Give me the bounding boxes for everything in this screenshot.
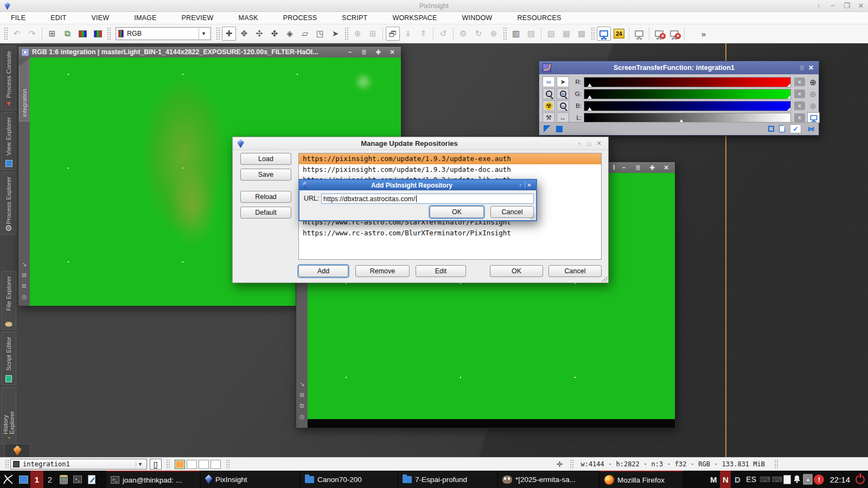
mask-enabled-button[interactable]: ▥ [509, 27, 523, 41]
workspace-button-1[interactable]: 1 [30, 471, 43, 488]
zoom-to-fit-button[interactable]: ✥ [237, 27, 251, 41]
menu-view[interactable]: VIEW [91, 14, 109, 22]
menu-image[interactable]: IMAGE [134, 14, 156, 22]
shrink-dialog-icon[interactable]: ⋈ [808, 125, 814, 133]
task-folder-canon[interactable]: Canon70-200 [301, 471, 397, 488]
fit-view-button[interactable]: ✤ [267, 27, 282, 41]
stf-gradient-lum[interactable] [584, 113, 791, 123]
stf-gradient-blue[interactable] [584, 101, 791, 111]
statusbar-drag-handle[interactable] [166, 459, 170, 469]
default-button[interactable]: Default [240, 207, 291, 219]
dock-tab-process-console[interactable]: Process Console ▼ [1, 46, 16, 110]
wrench-settings-icon[interactable]: ⚒ [542, 112, 555, 123]
screen-transfer-button[interactable] [597, 27, 611, 41]
dock-tab-view-explorer[interactable]: View Explorer [1, 112, 16, 170]
menu-edit[interactable]: EDIT [50, 14, 66, 22]
ok-button[interactable]: OK [430, 206, 484, 218]
menu-file[interactable]: FILE [11, 14, 25, 22]
toolbar-drag-handle[interactable] [216, 27, 220, 40]
disable-stf-button[interactable]: ✕ [652, 27, 666, 41]
selection-mode-icon[interactable]: ⊞ [299, 391, 304, 399]
dock-tab-history-explorer[interactable]: History Explorer ◔ [1, 387, 16, 445]
toolbar-drag-handle[interactable] [503, 27, 507, 40]
minimize-image-button[interactable]: − [344, 49, 355, 55]
auto-stretch-icon[interactable] [544, 125, 551, 132]
minimize-window-button[interactable]: − [826, 2, 840, 10]
close-image-button[interactable]: ✕ [387, 49, 398, 56]
reset-channel-button[interactable]: × [794, 89, 805, 98]
color-management-button[interactable]: 24 [612, 27, 626, 41]
shade-window-button[interactable]: ↑ [812, 2, 826, 10]
dock-tab-file-explorer[interactable]: File Explorer [1, 271, 16, 330]
view-tab-integration[interactable]: integration [19, 59, 29, 121]
view-selector-dropdown[interactable]: integration1 ▼ [10, 459, 147, 470]
track-target-icon[interactable]: ⊕ [808, 89, 818, 99]
statusbar-drag-handle[interactable] [570, 459, 573, 469]
window-manager-logo-icon[interactable] [1, 473, 15, 486]
task-pixinsight[interactable]: PixInsight [201, 471, 299, 488]
track-view-button[interactable]: ✚ [222, 27, 236, 41]
menu-mask[interactable]: MASK [239, 14, 258, 22]
shade-dialog-button[interactable]: ↑ [516, 182, 525, 188]
redo-button[interactable]: ↷ [25, 27, 39, 41]
add-button[interactable]: Add [298, 265, 348, 277]
rgb-split-icon[interactable] [91, 27, 105, 41]
shade-dialog-button[interactable]: ↑ [575, 140, 584, 147]
shade-dialog-button[interactable]: ⍐ [797, 65, 807, 72]
edit-button[interactable]: Edit [416, 265, 466, 277]
new-instance-icon[interactable] [768, 126, 774, 132]
manage-repositories-titlebar[interactable]: Manage Update Repositories ↑ □ ✕ [233, 137, 608, 150]
eject-tray-icon[interactable]: ▲ [803, 474, 813, 485]
menu-process[interactable]: PROCESS [283, 14, 317, 22]
terminal-launcher-icon[interactable]: >_ [72, 473, 84, 485]
mask-select-button[interactable]: ▦ [559, 27, 573, 41]
undo-button[interactable]: ↶ [10, 27, 24, 41]
enabled-checkbox[interactable]: ✓ [790, 124, 801, 133]
workspace-button-2[interactable]: 2 [43, 471, 56, 488]
statusbar-drag-handle[interactable] [774, 459, 778, 469]
channel-selector-dropdown[interactable]: RGB ▼ [116, 27, 211, 40]
process-delete-button[interactable]: ⊗ [487, 27, 501, 41]
show-desktop-icon[interactable] [17, 473, 29, 485]
menu-script[interactable]: SCRIPT [342, 14, 367, 22]
monitor-preview-icon[interactable] [807, 112, 820, 123]
tray-indicator-d[interactable]: D [732, 471, 743, 488]
toolbar-drag-handle[interactable] [4, 27, 8, 40]
repository-row-selected[interactable]: https://pixinsight.com/update/1.9.3/upda… [299, 153, 601, 164]
zoom-lens-icon[interactable]: · [542, 88, 555, 99]
shadow-marker[interactable] [588, 107, 592, 111]
close-image-button[interactable]: ✕ [661, 164, 672, 171]
toolbar-overflow-button[interactable]: » [697, 27, 711, 41]
preview-mode-icon[interactable]: ⧉ [22, 282, 27, 290]
task-terminal[interactable]: >_joan@thinkpad: ... [106, 471, 200, 488]
new-process-icon-button[interactable]: ⊕ [350, 27, 365, 41]
load-button[interactable]: Load [240, 153, 291, 165]
zoom-image-button[interactable]: ✚ [647, 164, 658, 171]
statusbar-drag-handle[interactable] [5, 459, 9, 469]
menu-workspace[interactable]: WORKSPACE [392, 14, 437, 22]
image-id-button[interactable]: ⊞ [45, 27, 59, 41]
readout-mode-icon[interactable]: ↘ [299, 381, 304, 388]
add-repository-dialog[interactable]: Add PixInsight Repository ↑ ✕ URL: https… [298, 179, 537, 221]
zoom-image-button[interactable]: ✚ [373, 49, 384, 56]
readout-mode-icon[interactable]: ↘ [22, 261, 27, 268]
mask-show-button[interactable]: ▧ [544, 27, 558, 41]
clipboard-tray-icon[interactable] [783, 475, 791, 484]
tray-indicator-n[interactable]: N [720, 471, 731, 488]
dock-tab-script-editor[interactable]: Script Editor [1, 332, 16, 385]
highlight-marker[interactable] [787, 95, 790, 99]
save-icons-button[interactable]: ⇑ [416, 27, 430, 41]
favorites-dock-tab[interactable] [4, 444, 30, 457]
chevron-down-icon[interactable]: ▼ [136, 461, 144, 467]
tray-app-icon[interactable]: ⌨ [771, 475, 782, 484]
highlight-marker[interactable] [787, 84, 790, 87]
workspace-3-button[interactable] [199, 460, 209, 469]
menu-window[interactable]: WINDOW [462, 14, 493, 22]
close-window-button[interactable]: ✕ [854, 2, 868, 10]
stf-titlebar[interactable]: ScreenTransferFunction: integration1 ⍐ ✕ [539, 61, 819, 74]
close-dialog-button[interactable]: ✕ [807, 64, 815, 72]
shadow-marker[interactable] [588, 84, 592, 87]
dock-tab-process-explorer[interactable]: Process Explorer ⚙ [1, 172, 16, 235]
repository-row[interactable]: https://www.rc-astro.com/BlurXTerminator… [299, 228, 601, 239]
zoom-out-icon[interactable]: − [557, 100, 569, 111]
